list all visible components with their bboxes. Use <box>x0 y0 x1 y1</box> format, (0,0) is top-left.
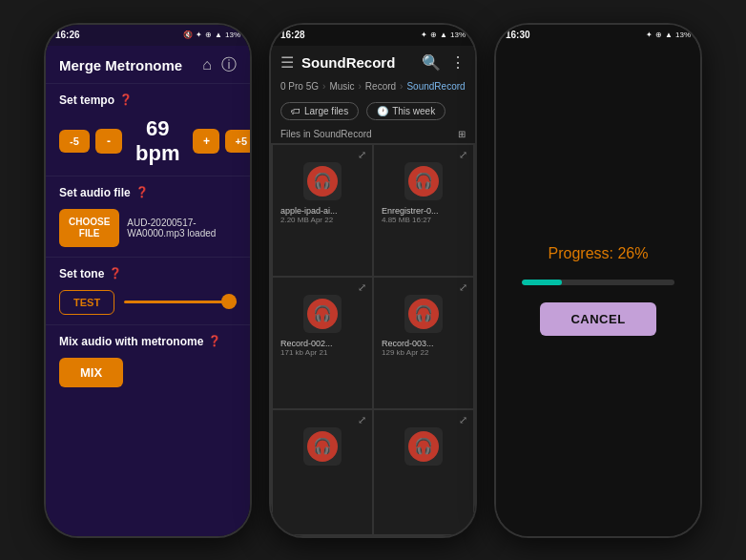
files-grid: ⤢ 🎧 apple-ipad-ai... 2.20 MB Apr 22 ⤢ <box>271 143 475 536</box>
phone2-body: ☰ SoundRecord 🔍 ⋮ 0 Pro 5G › Music › Rec… <box>271 46 475 536</box>
file-icon-5: 🎧 <box>303 427 342 466</box>
test-button[interactable]: TEST <box>59 290 114 315</box>
phone2-status-icons: ✦ ⊕ ▲ 13% <box>421 31 466 39</box>
mix-title: Mix audio with metronome ❓ <box>59 335 237 348</box>
clock-icon: 🕐 <box>377 106 388 116</box>
tempo-plus5-button[interactable]: +5 <box>225 130 252 153</box>
tag-icon: 🏷 <box>291 106 300 116</box>
tone-help[interactable]: ❓ <box>109 267 122 280</box>
filename-1: apple-ipad-ai... <box>279 206 338 216</box>
progress-bar-track <box>522 280 674 285</box>
phone1-time: 16:26 <box>55 30 80 40</box>
expand-icon-5[interactable]: ⤢ <box>358 414 366 426</box>
phone2-header-actions: 🔍 ⋮ <box>422 53 466 72</box>
phone3-body: Progress: 26% CANCEL <box>496 46 700 536</box>
filter-large-files[interactable]: 🏷 Large files <box>280 102 359 120</box>
phone1-body: Merge Metronome ⌂ ⓘ Set tempo ❓ -5 - 69 … <box>46 46 250 536</box>
tempo-plus-button[interactable]: + <box>193 129 219 154</box>
phone1-status-icons: 🔇 ✦ ⊕ ▲ 🔇 ✦ 🔵 📶 13% 13% <box>183 31 240 39</box>
phone-merge-metronome: 16:26 🔇 ✦ ⊕ ▲ 🔇 ✦ 🔵 📶 13% 13% Merge Metr… <box>44 23 252 538</box>
file-cell-6[interactable]: ⤢ 🎧 <box>374 410 473 534</box>
mix-button[interactable]: MIX <box>59 358 123 387</box>
tempo-minus5-button[interactable]: -5 <box>59 130 90 153</box>
file-loaded-label: AUD-20200517-WA0000.mp3 loaded <box>127 218 237 239</box>
audio-help[interactable]: ❓ <box>135 186 149 198</box>
file-cell-5[interactable]: ⤢ 🎧 <box>273 410 372 534</box>
phone3-time: 16:30 <box>506 30 530 40</box>
tempo-help[interactable]: ❓ <box>119 93 133 106</box>
phone1-status-bar: 16:26 🔇 ✦ ⊕ ▲ 🔇 ✦ 🔵 📶 13% 13% <box>46 25 250 46</box>
filter-this-week[interactable]: 🕐 This week <box>366 102 446 120</box>
phone3-status-icons: ✦ ⊕ ▲ 13% <box>646 31 691 39</box>
expand-icon-3[interactable]: ⤢ <box>358 281 366 294</box>
breadcrumb: 0 Pro 5G › Music › Record › SoundRecord <box>271 79 475 97</box>
tempo-value: 69 bpm <box>128 116 187 166</box>
filename-4: Record-003... <box>380 339 434 348</box>
home-icon[interactable]: ⌂ <box>202 56 212 73</box>
mix-section: Mix audio with metronome ❓ MIX <box>46 324 250 397</box>
tone-slider[interactable] <box>124 301 237 303</box>
tempo-section: Set tempo ❓ -5 - 69 bpm + +5 <box>46 83 250 176</box>
phone1-title: Merge Metronome <box>59 57 182 73</box>
more-icon[interactable]: ⋮ <box>450 53 466 72</box>
expand-icon-6[interactable]: ⤢ <box>459 414 467 426</box>
hamburger-icon[interactable]: ☰ <box>280 53 294 72</box>
audio-title: Set audio file ❓ <box>59 186 237 199</box>
phone2-time: 16:28 <box>280 30 305 40</box>
cancel-button[interactable]: CANCEL <box>540 302 655 336</box>
choose-file-button[interactable]: CHOOSEFILE <box>59 209 119 247</box>
expand-icon-2[interactable]: ⤢ <box>459 149 467 161</box>
file-cell-4[interactable]: ⤢ 🎧 Record-003... 129 kb Apr 22 <box>374 278 473 408</box>
expand-icon-4[interactable]: ⤢ <box>459 281 467 294</box>
file-cell-1[interactable]: ⤢ 🎧 apple-ipad-ai... 2.20 MB Apr 22 <box>273 145 372 276</box>
fileinfo-4: 129 kb Apr 22 <box>380 348 428 357</box>
tone-title: Set tone ❓ <box>59 267 237 280</box>
file-icon-1: 🎧 <box>303 162 342 200</box>
files-header: Files in SoundRecord ⊞ <box>271 125 475 143</box>
filter-chips: 🏷 Large files 🕐 This week <box>271 97 475 125</box>
tone-section: Set tone ❓ TEST <box>46 257 250 324</box>
tone-slider-thumb[interactable] <box>221 294 237 309</box>
search-icon[interactable]: 🔍 <box>422 53 441 72</box>
phone2-title: SoundRecord <box>301 54 414 71</box>
phone-soundrecord: 16:28 ✦ ⊕ ▲ 13% ☰ SoundRecord 🔍 ⋮ 0 Pro … <box>269 23 477 538</box>
progress-label: Progress: 26% <box>549 245 649 262</box>
tempo-row: -5 - 69 bpm + +5 <box>59 116 237 166</box>
file-cell-2[interactable]: ⤢ 🎧 Enregistrer-0... 4.85 MB 16:27 <box>374 145 473 276</box>
grid-view-icon[interactable]: ⊞ <box>458 129 466 139</box>
file-icon-3: 🎧 <box>303 295 342 333</box>
filename-3: Record-002... <box>279 339 333 348</box>
tone-row: TEST <box>59 290 237 315</box>
phone-progress: 16:30 ✦ ⊕ ▲ 13% Progress: 26% CANCEL <box>494 23 702 538</box>
tempo-minus-button[interactable]: - <box>95 129 122 154</box>
info-icon[interactable]: ⓘ <box>221 55 237 75</box>
tempo-title: Set tempo ❓ <box>59 93 237 107</box>
fileinfo-2: 4.85 MB 16:27 <box>380 216 431 224</box>
fileinfo-1: 2.20 MB Apr 22 <box>279 216 333 224</box>
phone3-status-bar: 16:30 ✦ ⊕ ▲ 13% <box>496 25 700 46</box>
audio-section: Set audio file ❓ CHOOSEFILE AUD-20200517… <box>46 176 250 257</box>
expand-icon[interactable]: ⤢ <box>358 149 366 161</box>
file-icon-4: 🎧 <box>404 295 443 333</box>
progress-bar-fill <box>522 280 562 285</box>
phone2-status-bar: 16:28 ✦ ⊕ ▲ 13% <box>271 25 475 46</box>
phone2-header: ☰ SoundRecord 🔍 ⋮ <box>271 46 475 79</box>
file-icon-2: 🎧 <box>404 162 443 200</box>
fileinfo-3: 171 kb Apr 21 <box>279 348 327 357</box>
audio-row: CHOOSEFILE AUD-20200517-WA0000.mp3 loade… <box>59 209 237 247</box>
file-icon-6: 🎧 <box>404 427 443 466</box>
file-cell-3[interactable]: ⤢ 🎧 Record-002... 171 kb Apr 21 <box>273 278 372 408</box>
mix-help[interactable]: ❓ <box>208 335 221 347</box>
filename-2: Enregistrer-0... <box>380 206 439 216</box>
phone1-header: Merge Metronome ⌂ ⓘ <box>46 46 250 83</box>
phone1-header-icons: ⌂ ⓘ <box>202 55 237 75</box>
